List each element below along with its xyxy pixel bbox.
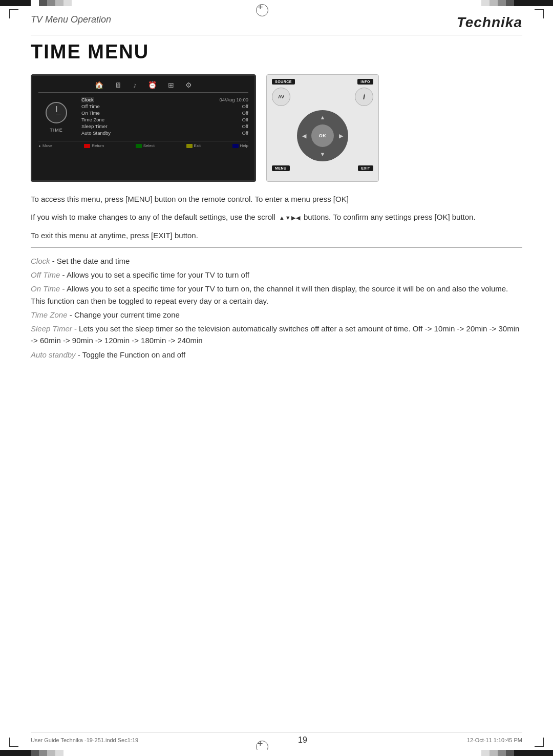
tv-footer-exit-label: Exit (194, 143, 201, 148)
table-row: Off Time Off (81, 103, 248, 109)
feature-label-sleep: Sleep Timer (31, 324, 72, 333)
feature-desc-autostandby: - Toggle the Function on and off (78, 350, 185, 359)
tv-icon-settings: ⚙ (185, 81, 192, 89)
tv-menu-value-offtime: Off (242, 103, 249, 109)
tv-footer-move: ⬥ Move (38, 143, 53, 148)
tv-footer-exit: Exit (186, 143, 201, 148)
page-footer: User Guide Technika -19-251.indd Sec1:19… (31, 732, 522, 745)
tv-icon-grid: ⊞ (168, 81, 174, 89)
brand-logo: Technika (457, 14, 522, 31)
tv-menu-item-offtime: Off Time (81, 103, 100, 109)
feature-desc-timezone: - Change your current time zone (70, 310, 180, 319)
tv-menu-value-ontime: Off (242, 110, 249, 116)
page-title: TIME MENU (31, 41, 149, 63)
feature-label-ontime: On Time (31, 284, 60, 293)
remote-source-button[interactable]: SOURCE (272, 79, 295, 85)
tv-menu-icons: 🏠 🖥 ♪ ⏰ ⊞ ⚙ (38, 81, 248, 93)
remote-nav-cluster: ▲ ▼ ◀ ▶ OK (297, 110, 348, 161)
tv-menu-list: Clock 04/Aug 10:00 Off Time Off On Time … (81, 97, 248, 137)
corner-mark-bl (9, 738, 18, 747)
desc-para-2: If you wish to make changes to any of th… (31, 211, 522, 223)
remote-info-button[interactable]: INFO (357, 79, 373, 85)
table-row: On Time Off (81, 110, 248, 116)
footer-timestamp: 12-Oct-11 1:10:45 PM (467, 737, 522, 743)
remote-bottom-row: MENU EXIT (272, 165, 373, 171)
tv-menu-item-ontime: On Time (81, 110, 100, 116)
tv-icon-music: ♪ (133, 81, 137, 89)
arrow-down: ▼ (285, 214, 291, 222)
tv-footer-move-label: Move (42, 143, 53, 148)
table-row: Sleep Timer Off (81, 123, 248, 129)
remote-av-button[interactable]: AV (272, 88, 290, 106)
remote-ok-button[interactable]: OK (311, 124, 334, 147)
tv-icon-home: 🏠 (95, 81, 103, 89)
divider (31, 247, 522, 248)
page-header: TV Menu Operation Technika (31, 14, 522, 35)
footer-file-info: User Guide Technika -19-251.indd Sec1:19 (31, 737, 138, 743)
remote-av-row: AV i (272, 88, 373, 106)
feature-label-offtime: Off Time (31, 270, 60, 279)
remote-nav-ring: ▲ ▼ ◀ ▶ OK (297, 110, 348, 161)
remote-exit-button[interactable]: EXIT (358, 165, 373, 171)
main-content: 🏠 🖥 ♪ ⏰ ⊞ ⚙ TIME Clock 04/Aug 10:00 (31, 74, 522, 363)
desc-para-1: To access this menu, press [MENU] button… (31, 193, 522, 205)
arrow-up: ▲ (279, 214, 285, 222)
tv-menu-value-sleep: Off (242, 123, 249, 129)
tv-footer: ⬥ Move Return Select Exit Help (38, 141, 248, 148)
feature-desc-clock: - Set the date and time (52, 257, 130, 265)
bottom-decoration (0, 750, 553, 756)
tv-footer-return: Return (84, 143, 104, 148)
remote-info-circle[interactable]: i (355, 88, 373, 106)
table-row: Auto Standby Off (81, 130, 248, 136)
remote-control: SOURCE INFO AV i ▲ ▼ (266, 74, 379, 182)
desc-para-2-prefix: If you wish to make changes to any of th… (31, 213, 275, 221)
remote-nav-area: ▲ ▼ ◀ ▶ OK (272, 110, 373, 161)
top-decoration (0, 0, 553, 6)
feature-list: Clock - Set the date and time Off Time -… (31, 255, 522, 361)
remote-menu-button[interactable]: MENU (272, 165, 290, 171)
tv-menu-item-sleep: Sleep Timer (81, 123, 108, 129)
tv-clock-section: TIME (38, 97, 74, 137)
tv-menu-item-auto: Auto Standby (81, 130, 111, 136)
tv-clock-icon (46, 102, 67, 123)
registration-mark-top (256, 4, 267, 15)
tv-menu-item-timezone: Time Zone (81, 117, 104, 122)
corner-mark-tr (535, 9, 544, 18)
tv-footer-help: Help (232, 143, 248, 148)
page-number: 19 (298, 736, 307, 745)
feature-desc-offtime: - Allows you to set a specific time for … (62, 270, 249, 279)
header-subtitle: TV Menu Operation (31, 14, 111, 25)
tv-footer-help-label: Help (240, 143, 248, 148)
desc-para-3: To exit this menu at anytime, press [EXI… (31, 229, 522, 241)
tv-icon-clock: ⏰ (148, 81, 157, 89)
table-row: Time Zone Off (81, 117, 248, 122)
tv-menu-value-auto: Off (242, 130, 249, 136)
tv-icon-monitor: 🖥 (115, 81, 122, 89)
tv-menu-item-clock: Clock (81, 97, 94, 102)
table-row: Clock 04/Aug 10:00 (81, 97, 248, 102)
list-item: Off Time - Allows you to set a specific … (31, 269, 522, 281)
feature-desc-sleep: - Lets you set the sleep timer so the te… (31, 324, 519, 345)
remote-nav-up[interactable]: ▲ (320, 114, 326, 120)
tv-footer-select-label: Select (143, 143, 155, 148)
list-item: Auto standby - Toggle the Function on an… (31, 349, 522, 361)
remote-nav-left[interactable]: ◀ (301, 133, 307, 139)
tv-footer-return-label: Return (92, 143, 104, 148)
list-item: Time Zone - Change your current time zon… (31, 309, 522, 321)
description-section: To access this menu, press [MENU] button… (31, 193, 522, 248)
feature-label-clock: Clock (31, 257, 50, 265)
remote-nav-right[interactable]: ▶ (338, 133, 344, 139)
arrow-left: ◀ (296, 214, 300, 222)
feature-label-timezone: Time Zone (31, 310, 68, 319)
corner-mark-tl (9, 9, 18, 18)
list-item: On Time - Allows you to set a specific t… (31, 283, 522, 307)
scroll-arrows: ▲ ▼ ▶ ◀ (279, 214, 300, 222)
tv-footer-select: Select (136, 143, 155, 148)
corner-mark-br (535, 738, 544, 747)
tv-menu-value-timezone: Off (242, 117, 249, 122)
feature-label-autostandby: Auto standby (31, 350, 76, 359)
feature-desc-ontime: - Allows you to set a specific time for … (31, 284, 508, 305)
tv-menu-value-clock: 04/Aug 10:00 (219, 97, 248, 102)
tv-screen: 🏠 🖥 ♪ ⏰ ⊞ ⚙ TIME Clock 04/Aug 10:00 (31, 74, 256, 182)
remote-nav-down[interactable]: ▼ (320, 151, 326, 157)
